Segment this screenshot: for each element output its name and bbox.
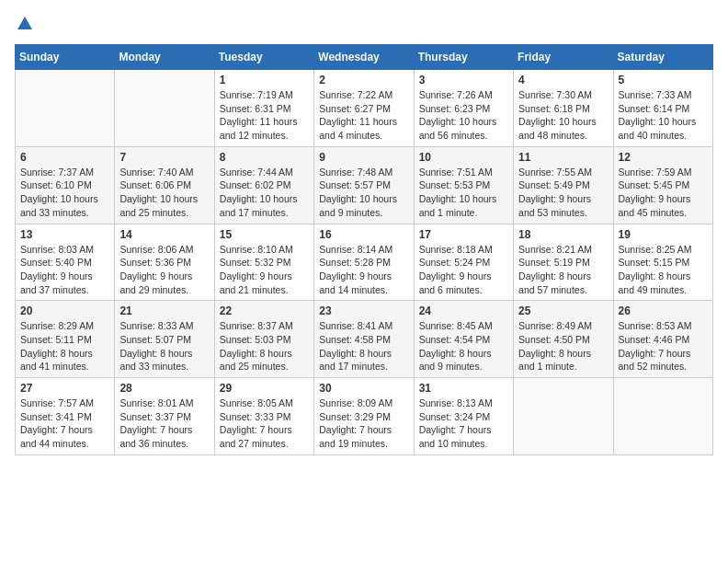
day-info: Sunrise: 8:01 AM Sunset: 3:37 PM Dayligh…	[119, 396, 209, 451]
day-number: 25	[518, 304, 608, 317]
day-info: Sunrise: 8:25 AM Sunset: 5:15 PM Dayligh…	[619, 243, 708, 297]
column-header-sunday: Sunday	[16, 45, 115, 70]
day-number: 28	[119, 382, 209, 395]
day-info: Sunrise: 7:19 AM Sunset: 6:31 PM Dayligh…	[220, 88, 309, 143]
day-number: 10	[419, 151, 508, 164]
day-number: 12	[619, 151, 708, 164]
day-info: Sunrise: 8:49 AM Sunset: 4:50 PM Dayligh…	[518, 319, 608, 373]
day-info: Sunrise: 8:21 AM Sunset: 5:19 PM Dayligh…	[518, 243, 608, 297]
day-number: 19	[619, 228, 708, 241]
day-info: Sunrise: 7:57 AM Sunset: 3:41 PM Dayligh…	[20, 396, 109, 451]
week-row-5: 27Sunrise: 7:57 AM Sunset: 3:41 PM Dayli…	[16, 378, 713, 455]
day-cell: 11Sunrise: 7:55 AM Sunset: 5:49 PM Dayli…	[514, 146, 613, 224]
day-number: 21	[119, 304, 209, 317]
day-info: Sunrise: 7:22 AM Sunset: 6:27 PM Dayligh…	[319, 88, 408, 143]
day-info: Sunrise: 8:14 AM Sunset: 5:28 PM Dayligh…	[319, 243, 408, 297]
day-number: 7	[119, 151, 209, 164]
day-cell: 16Sunrise: 8:14 AM Sunset: 5:28 PM Dayli…	[314, 224, 414, 301]
week-row-2: 6Sunrise: 7:37 AM Sunset: 6:10 PM Daylig…	[16, 146, 713, 224]
day-info: Sunrise: 8:18 AM Sunset: 5:24 PM Dayligh…	[419, 243, 508, 297]
day-info: Sunrise: 7:37 AM Sunset: 6:10 PM Dayligh…	[20, 166, 109, 220]
day-info: Sunrise: 7:33 AM Sunset: 6:14 PM Dayligh…	[619, 88, 708, 143]
day-cell: 29Sunrise: 8:05 AM Sunset: 3:33 PM Dayli…	[214, 378, 313, 455]
logo	[15, 15, 33, 33]
day-cell: 27Sunrise: 7:57 AM Sunset: 3:41 PM Dayli…	[16, 378, 115, 455]
day-number: 15	[220, 228, 309, 241]
day-number: 1	[220, 74, 309, 86]
day-cell: 20Sunrise: 8:29 AM Sunset: 5:11 PM Dayli…	[16, 301, 115, 378]
day-cell: 19Sunrise: 8:25 AM Sunset: 5:15 PM Dayli…	[613, 224, 712, 301]
column-header-tuesday: Tuesday	[214, 45, 313, 70]
day-cell: 30Sunrise: 8:09 AM Sunset: 3:29 PM Dayli…	[314, 378, 414, 455]
day-number: 5	[619, 74, 708, 86]
day-info: Sunrise: 7:44 AM Sunset: 6:02 PM Dayligh…	[220, 166, 309, 220]
column-header-saturday: Saturday	[613, 45, 712, 70]
day-info: Sunrise: 8:37 AM Sunset: 5:03 PM Dayligh…	[220, 319, 309, 373]
day-info: Sunrise: 8:09 AM Sunset: 3:29 PM Dayligh…	[319, 396, 408, 451]
day-cell: 14Sunrise: 8:06 AM Sunset: 5:36 PM Dayli…	[115, 224, 214, 301]
day-cell: 5Sunrise: 7:33 AM Sunset: 6:14 PM Daylig…	[613, 70, 712, 147]
day-cell	[613, 378, 712, 455]
column-header-monday: Monday	[115, 45, 214, 70]
day-cell: 3Sunrise: 7:26 AM Sunset: 6:23 PM Daylig…	[414, 70, 513, 147]
day-info: Sunrise: 8:53 AM Sunset: 4:46 PM Dayligh…	[619, 319, 708, 373]
day-cell: 6Sunrise: 7:37 AM Sunset: 6:10 PM Daylig…	[16, 146, 115, 224]
day-number: 14	[119, 228, 209, 241]
day-info: Sunrise: 7:26 AM Sunset: 6:23 PM Dayligh…	[419, 88, 508, 143]
day-number: 30	[319, 382, 408, 395]
day-info: Sunrise: 8:03 AM Sunset: 5:40 PM Dayligh…	[20, 243, 109, 297]
day-number: 27	[20, 382, 109, 395]
day-cell: 13Sunrise: 8:03 AM Sunset: 5:40 PM Dayli…	[16, 224, 115, 301]
day-number: 22	[220, 304, 309, 317]
day-info: Sunrise: 7:30 AM Sunset: 6:18 PM Dayligh…	[518, 88, 608, 143]
day-info: Sunrise: 8:33 AM Sunset: 5:07 PM Dayligh…	[119, 319, 209, 373]
day-cell: 15Sunrise: 8:10 AM Sunset: 5:32 PM Dayli…	[214, 224, 313, 301]
day-cell: 10Sunrise: 7:51 AM Sunset: 5:53 PM Dayli…	[414, 146, 513, 224]
day-cell: 23Sunrise: 8:41 AM Sunset: 4:58 PM Dayli…	[314, 301, 414, 378]
day-info: Sunrise: 8:10 AM Sunset: 5:32 PM Dayligh…	[220, 243, 309, 297]
day-number: 8	[220, 151, 309, 164]
day-info: Sunrise: 8:13 AM Sunset: 3:24 PM Dayligh…	[419, 396, 508, 451]
day-number: 18	[518, 228, 608, 241]
day-number: 23	[319, 304, 408, 317]
week-row-3: 13Sunrise: 8:03 AM Sunset: 5:40 PM Dayli…	[16, 224, 713, 301]
day-number: 6	[20, 151, 109, 164]
day-cell: 28Sunrise: 8:01 AM Sunset: 3:37 PM Dayli…	[115, 378, 214, 455]
day-cell	[16, 70, 115, 147]
day-cell: 9Sunrise: 7:48 AM Sunset: 5:57 PM Daylig…	[314, 146, 414, 224]
day-info: Sunrise: 7:55 AM Sunset: 5:49 PM Dayligh…	[518, 166, 608, 220]
day-cell: 7Sunrise: 7:40 AM Sunset: 6:06 PM Daylig…	[115, 146, 214, 224]
day-number: 4	[518, 74, 608, 86]
day-cell: 31Sunrise: 8:13 AM Sunset: 3:24 PM Dayli…	[414, 378, 513, 455]
day-info: Sunrise: 8:41 AM Sunset: 4:58 PM Dayligh…	[319, 319, 408, 373]
column-header-friday: Friday	[514, 45, 613, 70]
day-cell: 1Sunrise: 7:19 AM Sunset: 6:31 PM Daylig…	[214, 70, 313, 147]
calendar-table: SundayMondayTuesdayWednesdayThursdayFrid…	[15, 44, 713, 455]
day-number: 2	[319, 74, 408, 86]
week-row-1: 1Sunrise: 7:19 AM Sunset: 6:31 PM Daylig…	[16, 70, 713, 147]
day-info: Sunrise: 8:45 AM Sunset: 4:54 PM Dayligh…	[419, 319, 508, 373]
day-cell: 24Sunrise: 8:45 AM Sunset: 4:54 PM Dayli…	[414, 301, 513, 378]
day-info: Sunrise: 7:59 AM Sunset: 5:45 PM Dayligh…	[619, 166, 708, 220]
day-cell: 4Sunrise: 7:30 AM Sunset: 6:18 PM Daylig…	[514, 70, 613, 147]
day-number: 20	[20, 304, 109, 317]
day-cell: 17Sunrise: 8:18 AM Sunset: 5:24 PM Dayli…	[414, 224, 513, 301]
day-cell: 18Sunrise: 8:21 AM Sunset: 5:19 PM Dayli…	[514, 224, 613, 301]
day-info: Sunrise: 7:40 AM Sunset: 6:06 PM Dayligh…	[119, 166, 209, 220]
week-row-4: 20Sunrise: 8:29 AM Sunset: 5:11 PM Dayli…	[16, 301, 713, 378]
svg-marker-0	[17, 17, 32, 29]
column-header-wednesday: Wednesday	[314, 45, 414, 70]
day-cell: 21Sunrise: 8:33 AM Sunset: 5:07 PM Dayli…	[115, 301, 214, 378]
day-info: Sunrise: 7:48 AM Sunset: 5:57 PM Dayligh…	[319, 166, 408, 220]
day-number: 9	[319, 151, 408, 164]
day-number: 26	[619, 304, 708, 317]
day-cell: 25Sunrise: 8:49 AM Sunset: 4:50 PM Dayli…	[514, 301, 613, 378]
day-number: 29	[220, 382, 309, 395]
day-cell	[514, 378, 613, 455]
day-number: 16	[319, 228, 408, 241]
day-number: 31	[419, 382, 508, 395]
day-info: Sunrise: 8:06 AM Sunset: 5:36 PM Dayligh…	[119, 243, 209, 297]
day-number: 24	[419, 304, 508, 317]
column-header-thursday: Thursday	[414, 45, 513, 70]
day-cell	[115, 70, 214, 147]
